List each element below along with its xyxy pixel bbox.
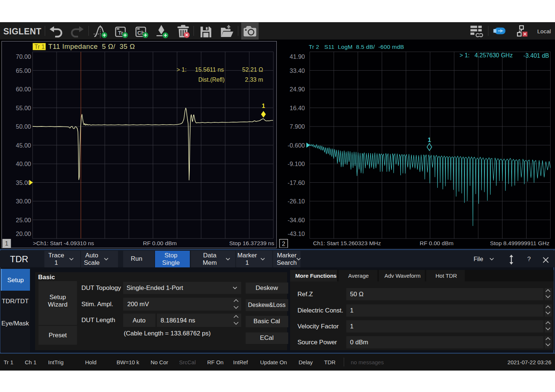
svg-text:T11 Impedance 5 Ω/ 35 Ω: T11 Impedance 5 Ω/ 35 Ω (48, 43, 135, 50)
svg-text:RF 0.00 dBm: RF 0.00 dBm (143, 240, 176, 246)
svg-text:70.00: 70.00 (16, 53, 31, 60)
svg-text:40.00: 40.00 (16, 160, 31, 167)
svg-text:Tr 1: Tr 1 (34, 44, 45, 50)
svg-text:> 1:: > 1: (176, 67, 186, 73)
svg-text:1: 1 (428, 137, 431, 143)
svg-text:2: 2 (282, 241, 285, 247)
svg-text:2.33 m: 2.33 m (245, 77, 263, 83)
svg-text:52.21 Ω: 52.21 Ω (242, 67, 263, 73)
svg-text:1: 1 (5, 240, 8, 247)
svg-text:Local: Local (537, 28, 551, 34)
svg-text:55.00: 55.00 (16, 105, 31, 111)
svg-text:20.00: 20.00 (16, 230, 31, 237)
svg-text:50.00: 50.00 (16, 123, 31, 130)
svg-text:-34.60: -34.60 (287, 217, 305, 223)
svg-text:25.00: 25.00 (16, 217, 31, 223)
svg-text:30.00: 30.00 (16, 198, 31, 205)
svg-text:-0.600: -0.600 (287, 142, 305, 149)
svg-text:Dist.(Refl): Dist.(Refl) (198, 77, 225, 83)
svg-text:-43.10: -43.10 (287, 230, 305, 237)
svg-text:Tr 2 S11 LogM 8.5 dB/ -60: Tr 2 S11 LogM 8.5 dB/ -600 mdB (309, 44, 404, 50)
svg-text:-9.100: -9.100 (287, 160, 305, 167)
svg-text:41.90: 41.90 (290, 53, 305, 60)
svg-text:15.5611 ns: 15.5611 ns (195, 67, 224, 73)
svg-text:Ch1: Start 15.260323 MHz: Ch1: Start 15.260323 MHz (313, 240, 381, 246)
svg-text:> 1: 4.257630 GHz: > 1: 4.257630 GHz (460, 52, 513, 58)
svg-text:45.00: 45.00 (16, 142, 31, 149)
svg-text:Stop 8.499999911 GHz: Stop 8.499999911 GHz (490, 240, 549, 246)
svg-text:Stop 16.37239 ns: Stop 16.37239 ns (229, 240, 274, 246)
svg-text:1: 1 (262, 103, 265, 109)
svg-text:RF 0.00 dBm: RF 0.00 dBm (420, 240, 453, 246)
svg-text:7.900: 7.900 (290, 123, 305, 130)
svg-text:60.00: 60.00 (16, 86, 31, 92)
svg-text:33.40: 33.40 (290, 67, 305, 74)
svg-text:16.40: 16.40 (290, 105, 305, 111)
svg-text:-3.401 dB: -3.401 dB (524, 53, 549, 59)
svg-text:>Ch1: Start -4.09310 ns: >Ch1: Start -4.09310 ns (33, 240, 94, 246)
svg-text:35.00: 35.00 (16, 179, 31, 186)
svg-text:-26.10: -26.10 (287, 198, 305, 205)
svg-text:24.90: 24.90 (290, 86, 305, 92)
svg-text:65.00: 65.00 (16, 67, 31, 74)
svg-text:-17.60: -17.60 (287, 179, 305, 186)
